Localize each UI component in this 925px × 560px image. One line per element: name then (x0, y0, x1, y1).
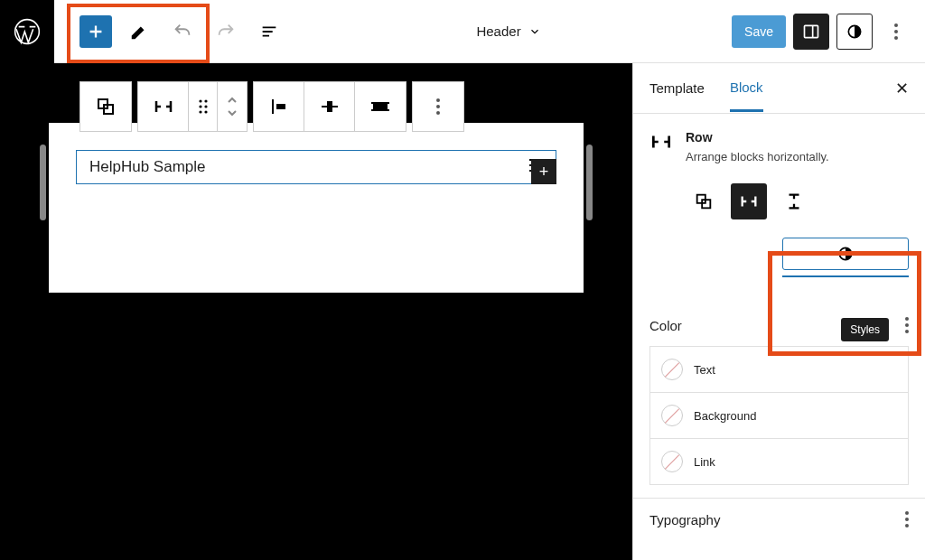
variation-group[interactable] (686, 183, 722, 219)
row-icon (649, 130, 673, 154)
color-background-row[interactable]: Background (649, 393, 909, 439)
add-block-button[interactable] (79, 15, 112, 48)
color-text-row[interactable]: Text (649, 346, 909, 393)
svg-point-5 (199, 99, 201, 102)
options-menu[interactable] (880, 15, 912, 48)
color-panel-options[interactable] (905, 317, 909, 333)
svg-rect-16 (371, 102, 389, 104)
color-text-label: Text (694, 363, 715, 377)
move-buttons[interactable] (218, 82, 247, 131)
svg-rect-17 (371, 109, 389, 111)
svg-point-9 (199, 110, 201, 113)
swatch-empty-icon (661, 451, 683, 472)
svg-point-6 (204, 99, 207, 102)
main-area: HelpHub Sample + Template Block ✕ Row Ar… (0, 63, 925, 560)
color-background-label: Background (694, 409, 756, 423)
svg-rect-15 (373, 104, 388, 109)
settings-sidebar: Template Block ✕ Row Arrange blocks hori… (632, 63, 925, 560)
undo-button[interactable] (166, 15, 199, 48)
variation-stack[interactable] (776, 183, 812, 219)
svg-rect-14 (327, 101, 332, 112)
append-block-button[interactable]: + (531, 159, 556, 184)
block-info: Row Arrange blocks horizontally. (633, 114, 925, 180)
block-title: Row (686, 130, 829, 145)
list-view-button[interactable] (253, 15, 285, 48)
toolbar-left-group (54, 15, 285, 48)
row-block[interactable]: HelpHub Sample + (76, 150, 556, 184)
align-button[interactable] (304, 82, 355, 131)
wordpress-logo[interactable] (0, 0, 54, 63)
styles-sidebar-toggle[interactable] (836, 14, 873, 50)
typography-panel-options[interactable] (905, 511, 909, 527)
svg-rect-11 (272, 99, 274, 114)
block-description: Arrange blocks horizontally. (686, 150, 829, 163)
editor-canvas[interactable]: HelpHub Sample + (0, 63, 632, 560)
scroll-handle-right[interactable] (586, 145, 593, 220)
tab-block[interactable]: Block (730, 65, 763, 112)
chevron-down-icon (528, 25, 541, 38)
template-selector-label: Header (476, 23, 520, 39)
svg-point-10 (204, 110, 207, 113)
sidebar-tabs: Template Block ✕ (633, 63, 925, 114)
drag-handle[interactable] (189, 82, 218, 131)
template-selector[interactable]: Header (285, 23, 732, 39)
color-link-row[interactable]: Link (649, 439, 909, 485)
save-button[interactable]: Save (732, 15, 786, 48)
settings-styles-row (633, 229, 925, 304)
header-template-area: HelpHub Sample + (49, 123, 584, 293)
justify-button[interactable] (254, 82, 304, 131)
svg-rect-12 (276, 104, 285, 109)
row-layout-button[interactable] (138, 82, 189, 131)
close-sidebar-button[interactable]: ✕ (895, 79, 909, 98)
redo-button[interactable] (210, 15, 242, 48)
width-button[interactable] (355, 82, 406, 131)
swatch-empty-icon (661, 359, 683, 380)
edit-icon[interactable] (123, 15, 155, 48)
block-more-options[interactable] (413, 82, 463, 131)
top-toolbar: Header Save (0, 0, 925, 63)
svg-rect-1 (805, 25, 818, 37)
styles-tab-button[interactable] (782, 238, 909, 270)
block-type-button[interactable] (80, 82, 131, 131)
typography-panel-header[interactable]: Typography (633, 498, 925, 540)
color-panel-label: Color (649, 318, 682, 333)
styles-tooltip: Styles (841, 318, 889, 341)
swatch-empty-icon (661, 405, 683, 426)
styles-tab-indicator (782, 275, 909, 277)
tab-template[interactable]: Template (649, 66, 705, 110)
svg-point-7 (199, 105, 201, 107)
settings-sidebar-toggle[interactable] (793, 14, 829, 50)
scroll-handle-left[interactable] (40, 145, 46, 220)
site-title-text: HelpHub Sample (89, 158, 206, 175)
svg-point-8 (204, 105, 207, 107)
typography-panel-label: Typography (649, 512, 720, 527)
color-link-label: Link (694, 455, 715, 469)
block-variation-row (633, 180, 925, 229)
toolbar-right-group: Save (732, 14, 925, 50)
color-list: Text Background Link (633, 346, 925, 498)
variation-row[interactable] (731, 183, 767, 219)
block-toolbar (79, 81, 464, 132)
